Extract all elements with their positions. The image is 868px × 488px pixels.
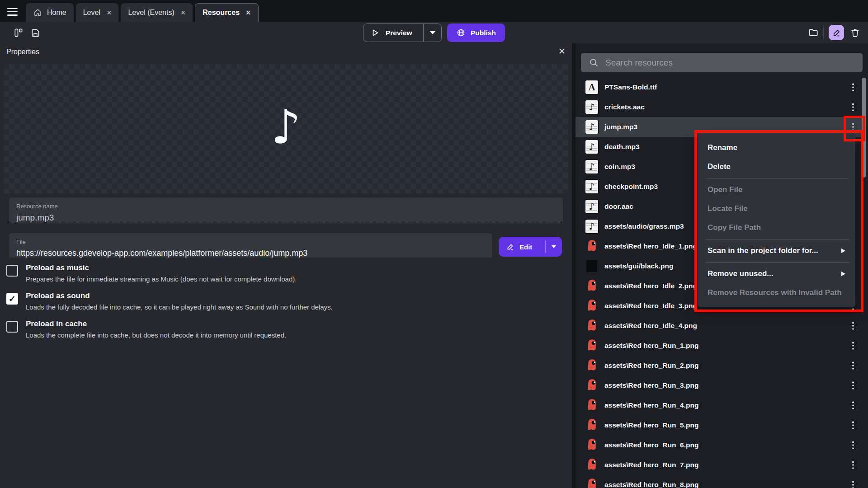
preview-dropdown-button[interactable]	[424, 31, 441, 34]
search-input[interactable]	[605, 58, 855, 68]
image-thumbnail	[587, 279, 597, 293]
scrollbar-thumb[interactable]	[862, 78, 866, 178]
divider	[823, 26, 824, 39]
kebab-menu-icon[interactable]	[850, 379, 856, 391]
resource-row-assets-red-hero-run-4-png[interactable]: assets\Red hero_Run_4.png	[576, 395, 863, 415]
tab-home[interactable]: Home	[26, 3, 74, 22]
close-icon[interactable]: ✕	[558, 46, 566, 56]
kebab-menu-icon[interactable]	[850, 359, 856, 371]
audio-file-icon: ♪	[585, 200, 598, 213]
kebab-menu-icon[interactable]	[850, 319, 856, 332]
kebab-menu-icon[interactable]	[850, 439, 856, 451]
menu-item-label: Remove Resources with Invalid Path	[708, 288, 842, 297]
resource-row-assets-red-hero-run-2-png[interactable]: assets\Red hero_Run_2.png	[576, 356, 863, 375]
resource-name: crickets.aac	[604, 103, 645, 111]
checkbox[interactable]	[6, 321, 18, 333]
close-tab-icon[interactable]: ×	[107, 9, 112, 17]
menu-divider	[706, 239, 849, 239]
resource-name: assets/gui/black.png	[604, 262, 673, 270]
tab-level-events[interactable]: Level (Events)×	[121, 3, 193, 22]
audio-file-icon: ♪	[585, 120, 598, 134]
menu-item-scan-in-the-project-folder-for[interactable]: Scan in the project folder for...	[698, 241, 855, 260]
kebab-menu-icon[interactable]	[850, 339, 856, 352]
chevron-down-icon	[430, 31, 435, 34]
edit-resource-mode-button[interactable]	[829, 25, 844, 40]
resource-row-assets-red-hero-run-3-png[interactable]: assets\Red hero_Run_3.png	[576, 375, 863, 395]
resource-name: door.aac	[604, 202, 633, 211]
menu-item-remove-unused[interactable]: Remove unused...	[698, 264, 855, 283]
tab-level[interactable]: Level×	[76, 3, 119, 22]
tab-resources[interactable]: Resources×	[195, 3, 258, 22]
close-tab-icon[interactable]: ×	[181, 9, 186, 17]
resource-row-assets-red-hero-idle-4-png[interactable]: assets\Red hero_Idle_4.png	[576, 316, 863, 336]
hamburger-menu-icon[interactable]	[7, 6, 19, 16]
home-icon	[33, 8, 42, 17]
resource-name: assets\Red hero_Idle_4.png	[604, 322, 697, 330]
image-thumbnail	[587, 418, 597, 432]
file-field[interactable]: File https://resources.gdevelop-app.com/…	[9, 233, 492, 258]
image-thumbnail	[587, 319, 597, 333]
preview-button[interactable]: Preview	[363, 23, 442, 42]
edit-button[interactable]: Edit	[499, 237, 562, 257]
edit-dropdown-button[interactable]	[546, 245, 562, 248]
menu-item-label: Copy File Path	[708, 223, 761, 232]
editors-layout-icon[interactable]	[13, 27, 24, 38]
resource-name-field: Resource name jump.mp3	[9, 197, 563, 222]
open-project-folder-icon[interactable]	[808, 27, 819, 38]
resource-name: assets\Red hero_Run_1.png	[604, 342, 698, 350]
resource-preview: ♪	[4, 64, 568, 193]
close-tab-icon[interactable]: ×	[246, 9, 251, 17]
checkbox-label: Preload in cache	[26, 319, 286, 328]
checkbox[interactable]: ✓	[6, 293, 18, 305]
resource-row-assets-red-hero-run-8-png[interactable]: assets\Red hero_Run_8.png	[576, 475, 863, 488]
preload-option-preload-as-music: Preload as music Prepares the file for i…	[6, 263, 562, 283]
save-icon[interactable]	[30, 27, 41, 38]
resource-name: assets\Red hero_Run_5.png	[604, 421, 698, 429]
font-file-icon: A	[585, 80, 598, 94]
menu-item-label: Locate File	[708, 204, 748, 213]
play-icon	[370, 28, 380, 38]
kebab-menu-icon[interactable]	[850, 81, 856, 93]
kebab-menu-icon[interactable]	[850, 419, 856, 431]
resource-name: assets\Red hero_Run_3.png	[604, 381, 698, 389]
file-value: https://resources.gdevelop-app.com/examp…	[16, 249, 485, 258]
checkbox[interactable]	[6, 265, 18, 277]
audio-file-icon: ♪	[585, 180, 598, 193]
menu-item-delete[interactable]: Delete	[698, 157, 855, 176]
kebab-menu-icon[interactable]	[850, 399, 856, 411]
resource-name: jump.mp3	[604, 123, 637, 131]
submenu-arrow-icon	[841, 272, 845, 276]
resource-row-ptsans-bold-ttf[interactable]: A PTSans-Bold.ttf	[576, 77, 863, 97]
resource-row-assets-red-hero-run-6-png[interactable]: assets\Red hero_Run_6.png	[576, 435, 863, 455]
kebab-menu-icon[interactable]	[850, 479, 856, 488]
kebab-menu-icon[interactable]	[850, 121, 856, 133]
menu-item-open-file: Open File	[698, 180, 855, 199]
checkbox-texts: Preload in cache Loads the complete file…	[26, 319, 286, 339]
tab-label: Resources	[203, 9, 240, 16]
menu-item-rename[interactable]: Rename	[698, 138, 855, 157]
properties-title: Properties	[6, 48, 39, 56]
image-thumbnail	[586, 260, 597, 272]
resource-row-assets-red-hero-run-5-png[interactable]: assets\Red hero_Run_5.png	[576, 415, 863, 435]
search-bar[interactable]	[581, 53, 863, 72]
trash-icon[interactable]	[849, 27, 860, 38]
audio-file-icon: ♪	[585, 100, 598, 114]
menu-item-remove-resources-with-invalid-path: Remove Resources with Invalid Path	[698, 283, 855, 302]
resource-row-assets-red-hero-run-7-png[interactable]: assets\Red hero_Run_7.png	[576, 455, 863, 475]
pencil-icon	[506, 243, 514, 251]
resource-name: assets\Red hero_Idle_1.png	[604, 242, 697, 250]
music-note-icon: ♪	[271, 103, 301, 150]
resource-name: assets\Red hero_Run_7.png	[604, 461, 698, 469]
kebab-menu-icon[interactable]	[850, 101, 856, 113]
menu-item-label: Delete	[708, 162, 731, 171]
resource-row-assets-red-hero-run-1-png[interactable]: assets\Red hero_Run_1.png	[576, 336, 863, 356]
image-thumbnail	[587, 379, 597, 393]
publish-button[interactable]: Publish	[447, 23, 505, 42]
pencil-icon	[832, 28, 841, 38]
resource-row-crickets-aac[interactable]: ♪ crickets.aac	[576, 97, 863, 117]
image-thumbnail	[587, 478, 597, 488]
checkbox-texts: Preload as music Prepares the file for i…	[26, 263, 297, 283]
kebab-menu-icon[interactable]	[850, 459, 856, 471]
preload-options: Preload as music Prepares the file for i…	[6, 263, 562, 347]
search-icon	[589, 57, 599, 68]
